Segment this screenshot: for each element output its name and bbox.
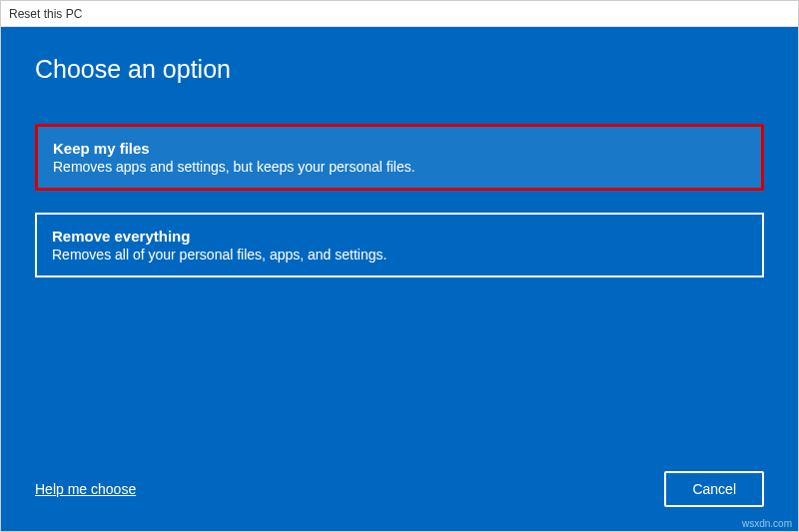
cancel-button[interactable]: Cancel (664, 471, 764, 507)
reset-pc-window: Reset this PC Choose an option Keep my f… (0, 0, 799, 532)
help-me-choose-link[interactable]: Help me choose (35, 481, 136, 497)
option-remove-desc: Removes all of your personal files, apps… (52, 247, 747, 263)
option-keep-my-files[interactable]: Keep my files Removes apps and settings,… (35, 124, 764, 191)
option-keep-desc: Removes apps and settings, but keeps you… (53, 159, 746, 175)
option-remove-everything[interactable]: Remove everything Removes all of your pe… (35, 213, 764, 277)
page-heading: Choose an option (35, 55, 764, 84)
titlebar: Reset this PC (1, 1, 798, 27)
window-title: Reset this PC (9, 7, 82, 21)
footer: Help me choose Cancel (35, 471, 764, 507)
content-area: Choose an option Keep my files Removes a… (1, 27, 798, 531)
option-keep-title: Keep my files (53, 140, 746, 157)
watermark: wsxdn.com (742, 518, 792, 529)
option-remove-title: Remove everything (52, 228, 747, 245)
